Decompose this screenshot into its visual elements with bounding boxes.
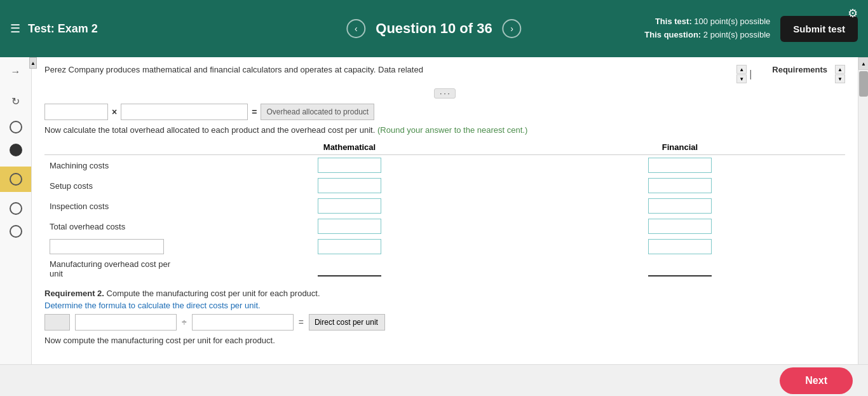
setup-math-input[interactable] [318, 178, 381, 193]
right-scroll-thumb[interactable] [859, 71, 868, 97]
test-prefix: Test: [28, 22, 55, 35]
test-points-line: This test: 100 point(s) possible [644, 15, 770, 29]
inspection-math-cell [184, 196, 515, 216]
instruction-green: (Round your answer to the nearest cent.) [377, 125, 527, 135]
this-test-label: This test: [655, 17, 692, 26]
machining-math-cell [184, 155, 515, 176]
col-header-financial: Financial [515, 140, 845, 155]
sidebar-highlight [0, 167, 31, 192]
table-row [44, 236, 845, 257]
header-right: This test: 100 point(s) possible This qu… [644, 15, 858, 42]
table-row: Total overhead costs [44, 216, 845, 236]
inspection-fin-cell [515, 196, 845, 216]
points-info: This test: 100 point(s) possible This qu… [644, 15, 770, 42]
instruction-main: Now calculate the total overhead allocat… [44, 125, 375, 135]
sidebar-radio-1[interactable] [10, 121, 22, 133]
direct-cost-numerator[interactable] [75, 314, 177, 331]
total-overhead-label: Total overhead costs [44, 216, 184, 236]
determine-text: Determine the formula to calculate the d… [44, 301, 845, 310]
bottom-fin-cell [515, 236, 845, 257]
req2-bold: Requirement 2. [44, 289, 104, 298]
menu-icon[interactable]: ☰ [10, 22, 20, 36]
formula-result-label: Overhead allocated to product [261, 104, 374, 120]
total-fin-input[interactable] [648, 219, 712, 234]
machining-math-input[interactable] [318, 158, 381, 173]
header-left: ☰ Test: Exam 2 [10, 22, 98, 36]
sidebar-arrow-icon[interactable]: → [6, 62, 25, 81]
sidebar-radio-2[interactable] [10, 144, 22, 156]
sidebar-radio-4[interactable] [10, 202, 22, 215]
text-scroll-down[interactable]: ▼ [736, 74, 747, 83]
sidebar-radio-3[interactable] [10, 173, 22, 186]
equals-operator-2: = [299, 317, 304, 327]
gear-icon[interactable]: ⚙ [848, 6, 858, 20]
table-row: Manufacturing overhead cost per unit [44, 257, 845, 281]
test-name: Exam 2 [58, 22, 98, 35]
req2-text: Compute the manufacturing cost per unit … [107, 289, 320, 298]
sidebar-radio-5[interactable] [10, 225, 22, 238]
sidebar-rotate-icon[interactable]: ↻ [6, 92, 25, 111]
right-scroll-up-btn[interactable]: ▲ [858, 57, 868, 70]
this-question-points: 2 point(s) possible [703, 30, 771, 39]
setup-fin-cell [515, 175, 845, 196]
text-scroll-up[interactable]: ▲ [736, 65, 747, 74]
col-header-empty [44, 140, 184, 155]
total-math-input[interactable] [318, 219, 381, 234]
bottom-label-input[interactable] [50, 239, 164, 254]
machining-costs-label: Machining costs [44, 155, 184, 176]
col-header-mathematical: Mathematical [184, 140, 515, 155]
right-scroll-track [858, 70, 868, 383]
right-scroll-panel: ▲ ▼ [858, 57, 868, 396]
expand-dots[interactable]: · · · [434, 88, 455, 99]
question-points-line: This question: 2 point(s) possible [644, 29, 770, 42]
expand-bar: · · · [44, 88, 845, 99]
header: ☰ Test: Exam 2 ‹ Question 10 of 36 › Thi… [0, 0, 868, 57]
req2-title: Requirement 2. Compute the manufacturing… [44, 289, 845, 298]
question-text: Perez Company produces mathematical and … [44, 65, 729, 74]
req-scroll-up[interactable]: ▲ [835, 65, 845, 74]
requirements-label: Requirements [772, 65, 827, 74]
total-fin-cell [515, 216, 845, 236]
mfg-math-cell [184, 257, 515, 281]
inspection-math-input[interactable] [318, 198, 381, 214]
content-area: Perez Company produces mathematical and … [32, 57, 858, 396]
prev-question-btn[interactable]: ‹ [346, 19, 365, 38]
next-question-btn[interactable]: › [503, 19, 522, 38]
question-label: Question 10 of 36 [376, 20, 492, 37]
bottom-math-input[interactable] [318, 239, 381, 254]
instruction-text: Now calculate the total overhead allocat… [44, 125, 845, 135]
this-test-points: 100 point(s) possible [694, 17, 770, 26]
total-math-cell [184, 216, 515, 236]
direct-cost-result-label: Direct cost per unit [309, 314, 385, 331]
question-header: Perez Company produces mathematical and … [44, 65, 845, 83]
mfg-fin-cell [515, 257, 845, 281]
table-row: Inspection costs [44, 196, 845, 216]
machining-fin-input[interactable] [648, 158, 712, 173]
left-scroll-up[interactable]: ▲ [29, 57, 37, 69]
mfg-fin-input[interactable] [648, 261, 712, 277]
mfg-overhead-label: Manufacturing overhead cost per unit [44, 257, 184, 281]
setup-fin-input[interactable] [648, 178, 712, 193]
inspection-fin-input[interactable] [648, 198, 712, 214]
req-scroll-down[interactable]: ▼ [835, 74, 845, 83]
bottom-fin-input[interactable] [648, 239, 712, 254]
formula-input-right[interactable] [121, 104, 248, 120]
machining-fin-cell [515, 155, 845, 176]
pin-icon[interactable]: | [749, 69, 752, 80]
multiply-operator: × [112, 107, 117, 117]
footer: Next [0, 364, 868, 396]
inspection-costs-label: Inspection costs [44, 196, 184, 216]
mfg-math-input[interactable] [318, 261, 381, 277]
this-question-label: This question: [644, 30, 701, 39]
test-title: Test: Exam 2 [28, 22, 98, 36]
table-row: Machining costs [44, 155, 845, 176]
setup-costs-label: Setup costs [44, 175, 184, 196]
bottom-label-cell [44, 236, 184, 257]
header-center: ‹ Question 10 of 36 › [346, 19, 521, 38]
req-scroll-ctrl: ▲ ▼ [835, 65, 845, 83]
submit-test-btn[interactable]: Submit test [780, 16, 858, 42]
direct-cost-denominator[interactable] [192, 314, 294, 331]
divide-operator: ÷ [182, 317, 187, 327]
formula-input-left[interactable] [44, 104, 108, 120]
next-button[interactable]: Next [780, 367, 853, 394]
